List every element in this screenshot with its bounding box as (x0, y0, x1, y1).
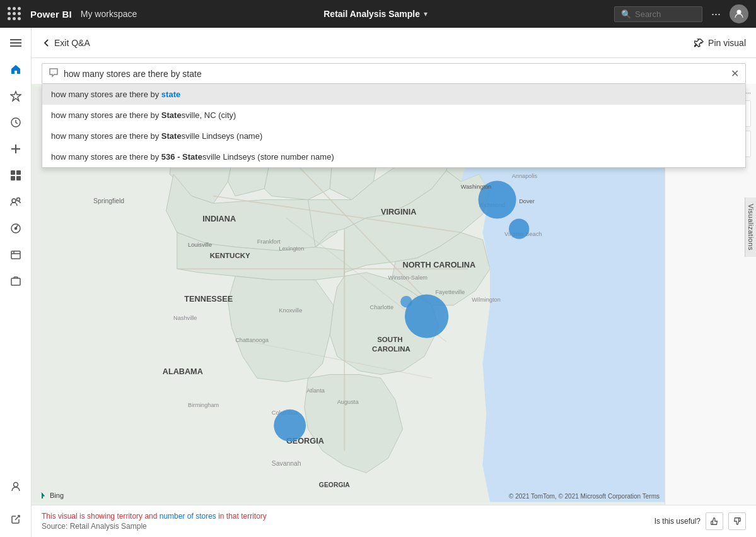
svg-text:GEORGIA: GEORGIA (319, 481, 351, 488)
svg-point-15 (15, 228, 16, 230)
brand-logo: Power BI (30, 9, 72, 20)
suggestion-text-1: how many stores are there by Statesville… (51, 110, 236, 120)
sidebar-item-external[interactable] (2, 507, 30, 532)
app-launcher-button[interactable] (8, 7, 21, 21)
sidebar-item-learn[interactable] (2, 242, 30, 268)
bottom-info: This visual is showing territory and num… (42, 512, 267, 531)
svg-point-12 (12, 199, 16, 203)
sidebar-item-home[interactable] (2, 57, 30, 82)
sidebar-item-metrics[interactable] (2, 216, 30, 241)
bing-text: Bing (50, 492, 64, 499)
exit-qa-label: Exit Q&A (54, 38, 90, 48)
svg-text:Augusta: Augusta (337, 399, 359, 405)
suggestion-text-3: how many stores are there by 536 - State… (51, 152, 334, 162)
svg-rect-3 (10, 45, 21, 47)
main-content: Exit Q&A Pin visual ✕ how many stores ar… (32, 28, 756, 537)
sidebar-item-workspaces[interactable] (2, 269, 30, 294)
pin-visual-label: Pin visual (708, 38, 746, 48)
sidebar-item-apps[interactable] (2, 163, 30, 188)
svg-point-92 (400, 296, 412, 307)
svg-text:VIRGINIA: VIRGINIA (381, 208, 416, 216)
svg-text:Springfield: Springfield (93, 198, 124, 204)
svg-rect-9 (16, 170, 21, 175)
svg-marker-4 (11, 91, 21, 101)
thumbs-up-button[interactable] (706, 512, 723, 530)
bottom-right: Is this useful? (654, 512, 746, 530)
svg-rect-7 (11, 148, 20, 150)
filter-header-dots[interactable]: ··· (745, 89, 751, 97)
svg-text:Charlotte: Charlotte (370, 304, 393, 310)
pin-visual-button[interactable]: Pin visual (694, 38, 746, 48)
svg-rect-1 (10, 39, 21, 40)
svg-text:NORTH CAROLINA: NORTH CAROLINA (403, 261, 476, 269)
qa-input-wrap: ✕ (42, 63, 746, 84)
suggestion-item-2[interactable]: how many stores are there by Statesville… (42, 126, 745, 146)
svg-text:Savannah: Savannah (272, 460, 301, 467)
svg-text:Annapolis: Annapolis (512, 173, 538, 179)
svg-text:Birmingham: Birmingham (188, 402, 219, 408)
qa-suggestions-dropdown: how many stores are there by state how m… (42, 84, 746, 168)
svg-text:Louisville: Louisville (188, 242, 212, 248)
svg-point-89 (509, 218, 529, 239)
bottom-territory-text: territory (117, 512, 142, 521)
map-copyright[interactable]: © 2021 TomTom, © 2021 Microsoft Corporat… (509, 493, 660, 500)
bottom-stores-text: number of stores (160, 512, 216, 521)
svg-text:CAROLINA: CAROLINA (372, 345, 411, 353)
svg-text:TENNESSEE: TENNESSEE (184, 295, 233, 304)
svg-text:Chattanooga: Chattanooga (235, 337, 269, 343)
useful-label: Is this useful? (654, 517, 701, 526)
thumbs-down-button[interactable] (728, 512, 746, 530)
svg-point-13 (16, 198, 20, 201)
svg-text:Dover: Dover (519, 198, 535, 204)
qa-clear-button[interactable]: ✕ (731, 68, 739, 80)
exit-qa-button[interactable]: Exit Q&A (42, 38, 90, 48)
svg-text:INDIANA: INDIANA (202, 215, 236, 223)
workspace-label[interactable]: My workspace (81, 9, 137, 19)
suggestion-item-1[interactable]: how many stores are there by Statesville… (42, 105, 745, 126)
bing-logo: Bing (39, 491, 64, 500)
svg-point-91 (274, 410, 306, 442)
sidebar-item-shared[interactable] (2, 189, 30, 215)
search-box[interactable]: 🔍 (614, 6, 702, 22)
svg-rect-10 (11, 176, 15, 180)
svg-text:Washington: Washington (461, 184, 491, 190)
search-input[interactable] (635, 9, 695, 19)
svg-rect-2 (10, 42, 21, 44)
bottom-bar: This visual is showing territory and num… (32, 505, 756, 537)
sidebar-item-recent[interactable] (2, 110, 30, 135)
bottom-info-text: This visual is showing (42, 512, 117, 521)
svg-text:Lexington: Lexington (279, 245, 304, 252)
sidebar-item-profile[interactable] (2, 474, 30, 499)
sidebar-item-menu[interactable] (2, 30, 30, 56)
user-avatar[interactable] (730, 4, 748, 23)
more-options-button[interactable]: ··· (711, 8, 721, 21)
suggestion-item-0[interactable]: how many stores are there by state (42, 84, 745, 105)
svg-text:Knoxville: Knoxville (279, 307, 302, 314)
suggestion-text-0: how many stores are there by state (51, 90, 180, 99)
qa-search-input[interactable] (64, 69, 726, 79)
suggestion-item-3[interactable]: how many stores are there by 536 - State… (42, 146, 745, 167)
svg-text:ALABAMA: ALABAMA (163, 367, 203, 376)
visualizations-tab[interactable]: Visualizations (745, 198, 756, 257)
report-title: Retail Analysis Sample (323, 9, 420, 19)
sidebar-item-favorites[interactable] (2, 83, 30, 109)
qa-chat-icon (49, 68, 59, 80)
title-chevron-icon[interactable]: ▾ (424, 9, 427, 18)
svg-rect-19 (11, 278, 20, 285)
bottom-info-text3: in that territory (216, 512, 267, 521)
qa-area: ✕ how many stores are there by state how… (32, 58, 756, 84)
svg-line-21 (15, 516, 20, 520)
svg-text:Frankfort: Frankfort (257, 239, 281, 245)
svg-text:Winston-Salem: Winston-Salem (388, 274, 427, 281)
svg-text:Nashville: Nashville (173, 315, 197, 321)
bottom-source: Source: Retail Analysis Sample (42, 522, 267, 531)
subheader-bar: Exit Q&A Pin visual (32, 28, 756, 58)
svg-rect-11 (16, 176, 21, 180)
sidebar (0, 28, 32, 537)
sidebar-item-create[interactable] (2, 136, 30, 162)
suggestion-text-2: how many stores are there by Statesville… (51, 131, 262, 141)
svg-text:Fayetteville: Fayetteville (435, 290, 465, 296)
svg-text:KENTUCKY: KENTUCKY (210, 252, 250, 259)
svg-point-20 (13, 483, 18, 487)
svg-text:Atlanta: Atlanta (306, 387, 325, 394)
